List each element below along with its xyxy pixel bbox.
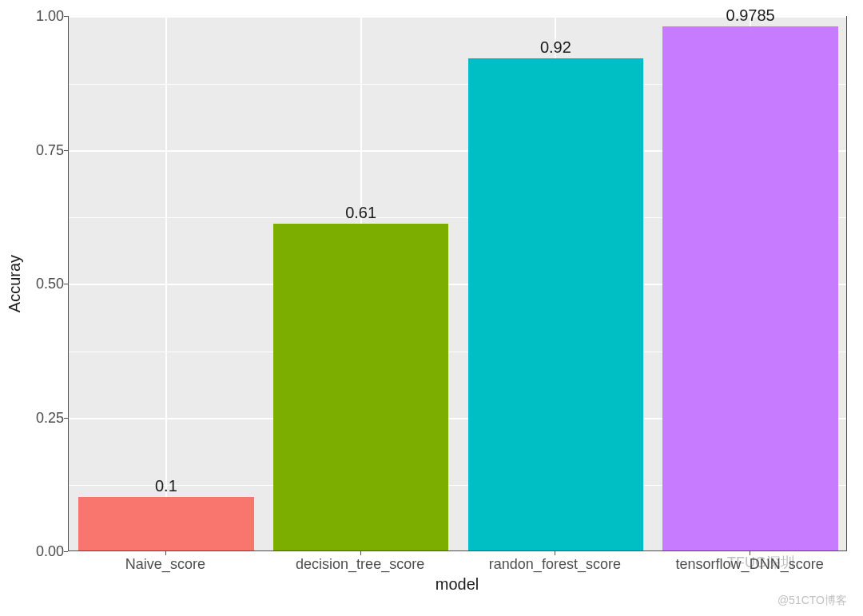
y-tick-label: 0.75 (20, 141, 64, 158)
x-tick-label: Naive_score (125, 556, 205, 573)
bar (662, 26, 837, 550)
y-tick-label: 0.00 (20, 543, 64, 560)
x-tick-mark (555, 551, 555, 555)
bar (273, 224, 448, 550)
y-tick-mark (64, 284, 68, 284)
bar-value-label: 0.92 (540, 38, 571, 57)
y-tick-label: 0.25 (20, 409, 64, 426)
y-tick-mark (64, 418, 68, 419)
x-axis-label: model (435, 575, 479, 594)
y-tick-label: 1.00 (20, 8, 64, 25)
x-tick-label: decision_tree_score (296, 556, 424, 573)
x-tick-mark (165, 551, 166, 555)
y-tick-mark (64, 150, 68, 151)
chart-container: 0.10.610.920.9785 Accuray model TFUG深圳 @… (0, 0, 863, 616)
plot-area: 0.10.610.920.9785 (68, 16, 847, 551)
bar (468, 58, 643, 550)
y-tick-mark (64, 16, 68, 17)
x-tick-label: tensorflow_DNN_score (676, 556, 824, 573)
bar-value-label: 0.1 (155, 477, 177, 495)
x-tick-label: randon_forest_score (489, 556, 621, 573)
bar-value-label: 0.61 (345, 204, 376, 222)
y-tick-label: 0.50 (20, 276, 64, 292)
y-tick-mark (64, 551, 68, 552)
x-tick-mark (750, 551, 750, 555)
bar-value-label: 0.9785 (726, 6, 775, 25)
watermark-credit: @51CTO博客 (777, 594, 847, 608)
grid-line-v (165, 17, 167, 550)
bar (78, 497, 253, 550)
x-tick-mark (360, 551, 361, 555)
